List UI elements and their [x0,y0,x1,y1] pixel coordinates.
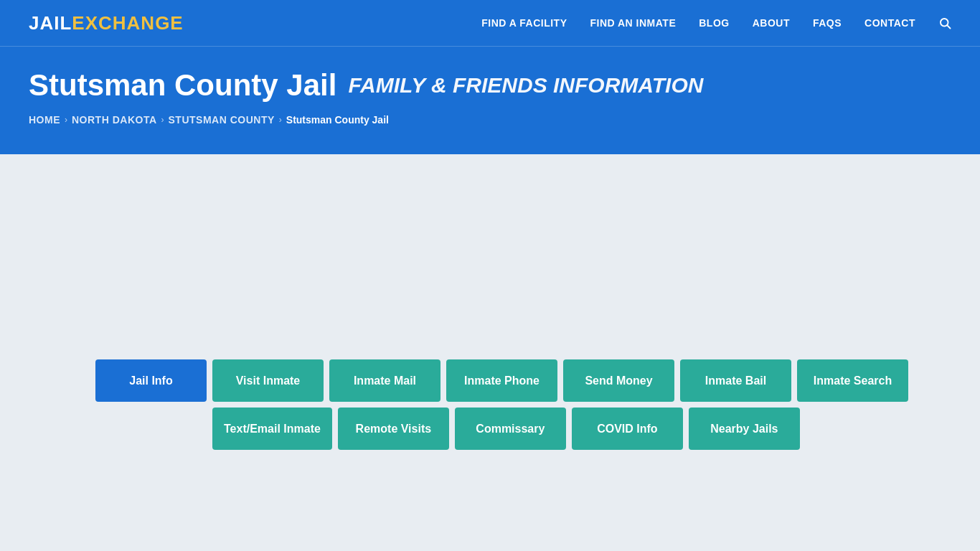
tab-inmate-bail[interactable]: Inmate Bail [680,359,791,402]
page-title-main: Stutsman County Jail [29,68,336,103]
breadcrumb-state[interactable]: North Dakota [72,114,157,126]
main-nav: FIND A FACILITY FIND AN INMATE BLOG ABOU… [481,17,951,29]
tab-inmate-mail[interactable]: Inmate Mail [329,359,440,402]
breadcrumb-county[interactable]: Stutsman County [169,114,275,126]
tab-nearby-jails[interactable]: Nearby Jails [689,408,800,450]
hero-title: Stutsman County Jail FAMILY & FRIENDS IN… [29,68,951,103]
nav-contact[interactable]: CONTACT [864,17,915,29]
site-logo[interactable]: JAIL EXCHANGE [29,12,184,34]
tab-buttons-row-1: Jail Info Visit Inmate Inmate Mail Inmat… [95,359,885,402]
search-icon [938,17,951,29]
site-header: JAIL EXCHANGE FIND A FACILITY FIND AN IN… [0,0,980,46]
nav-find-inmate[interactable]: FIND AN INMATE [590,17,676,29]
nav-about[interactable]: ABOUT [753,17,790,29]
tab-buttons-section: Jail Info Visit Inmate Inmate Mail Inmat… [95,216,885,456]
svg-line-1 [947,25,950,28]
tab-buttons-row-2: Text/Email Inmate Remote Visits Commissa… [212,408,885,450]
logo-exchange: EXCHANGE [72,12,183,34]
breadcrumb: Home › North Dakota › Stutsman County › … [29,114,951,126]
search-icon-button[interactable] [938,17,951,29]
main-content: Jail Info Visit Inmate Inmate Mail Inmat… [0,154,980,484]
breadcrumb-sep-2: › [161,115,164,125]
breadcrumb-current: Stutsman County Jail [286,114,389,126]
nav-find-facility[interactable]: FIND A FACILITY [481,17,567,29]
nav-blog[interactable]: BLOG [699,17,729,29]
tab-text-email-inmate[interactable]: Text/Email Inmate [212,408,332,450]
breadcrumb-home[interactable]: Home [29,114,60,126]
hero-section: Stutsman County Jail FAMILY & FRIENDS IN… [0,46,980,154]
logo-jail: JAIL [29,12,72,34]
tab-jail-info[interactable]: Jail Info [95,359,207,402]
breadcrumb-sep-3: › [279,115,282,125]
tab-covid-info[interactable]: COVID Info [572,408,683,450]
page-title-sub: FAMILY & FRIENDS INFORMATION [348,73,703,98]
breadcrumb-sep-1: › [65,115,67,125]
tab-remote-visits[interactable]: Remote Visits [338,408,449,450]
nav-faqs[interactable]: FAQs [813,17,842,29]
tab-inmate-phone[interactable]: Inmate Phone [446,359,557,402]
tab-visit-inmate[interactable]: Visit Inmate [212,359,324,402]
tab-commissary[interactable]: Commissary [455,408,566,450]
tab-send-money[interactable]: Send Money [563,359,674,402]
tab-inmate-search[interactable]: Inmate Search [797,359,908,402]
